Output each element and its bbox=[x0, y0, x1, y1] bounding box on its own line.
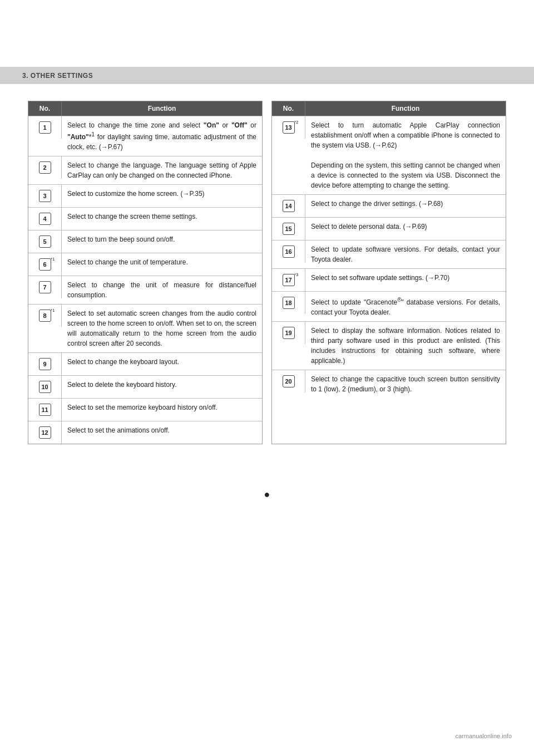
row-number: 7 bbox=[28, 276, 62, 298]
num-badge: 4 bbox=[39, 213, 51, 225]
table-row: 4 Select to change the screen theme sett… bbox=[28, 207, 262, 230]
row-function: Select to set the memorize keyboard hist… bbox=[62, 399, 262, 416]
row-function: Select to update software versions. For … bbox=[305, 240, 506, 268]
num-badge: 12 bbox=[39, 426, 51, 439]
table-row: 18 Select to update "Gracenote®" databas… bbox=[272, 291, 506, 321]
row-number: 18 bbox=[272, 292, 305, 314]
left-table-header: No. Function bbox=[28, 101, 262, 116]
num-badge: 10 bbox=[39, 381, 51, 393]
table-row: 19 Select to display the software inform… bbox=[272, 321, 506, 370]
row-number: 8*1 bbox=[28, 305, 62, 327]
row-function: Select to change the time zone and selec… bbox=[62, 116, 262, 156]
table-row: 2 Select to change the language. The lan… bbox=[28, 156, 262, 184]
left-table: No. Function 1 Select to change the time… bbox=[28, 101, 263, 444]
right-table: No. Function 13*2 Select to turn automat… bbox=[271, 101, 506, 444]
row-function: Select to set automatic screen changes f… bbox=[62, 305, 262, 352]
table-row: 1 Select to change the time zone and sel… bbox=[28, 116, 262, 156]
num-badge: 17*3 bbox=[283, 274, 295, 286]
row-function: Select to turn automatic Apple CarPlay c… bbox=[305, 116, 506, 194]
row-number: 20 bbox=[272, 370, 305, 392]
row-function: Select to change the keyboard layout. bbox=[62, 353, 262, 371]
row-number: 2 bbox=[28, 156, 62, 179]
left-col-no-header: No. bbox=[28, 101, 62, 116]
row-number: 5 bbox=[28, 230, 62, 253]
table-row: 12 Select to set the animations on/off. bbox=[28, 421, 262, 444]
row-function: Select to change the unit of measure for… bbox=[62, 276, 262, 304]
row-number: 4 bbox=[28, 208, 62, 230]
row-number: 17*3 bbox=[272, 269, 305, 291]
footer-dot: ● bbox=[0, 478, 534, 512]
right-table-header: No. Function bbox=[272, 101, 506, 116]
right-col-no-header: No. bbox=[272, 101, 305, 116]
table-row: 17*3 Select to set software update setti… bbox=[272, 268, 506, 291]
num-badge: 20 bbox=[283, 375, 295, 387]
row-number: 3 bbox=[28, 185, 62, 207]
num-badge: 1 bbox=[39, 121, 51, 134]
row-function: Select to change the unit of temperature… bbox=[62, 253, 262, 271]
table-row: 7 Select to change the unit of measure f… bbox=[28, 276, 262, 304]
main-content: No. Function 1 Select to change the time… bbox=[0, 95, 534, 478]
table-row: 13*2 Select to turn automatic Apple CarP… bbox=[272, 116, 506, 194]
row-function: Select to change the language. The langu… bbox=[62, 156, 262, 184]
row-number: 1 bbox=[28, 116, 62, 139]
row-number: 13*2 bbox=[272, 116, 305, 139]
row-number: 12 bbox=[28, 421, 62, 444]
num-badge: 19 bbox=[283, 327, 295, 339]
watermark: carmanualonline.info bbox=[455, 733, 512, 739]
num-badge: 13*2 bbox=[283, 121, 295, 134]
row-function: Select to delete the keyboard history. bbox=[62, 376, 262, 394]
row-function: Select to customize the home screen. (→P… bbox=[62, 185, 262, 203]
num-badge: 14 bbox=[283, 200, 295, 212]
num-badge: 6*1 bbox=[39, 258, 51, 271]
row-number: 19 bbox=[272, 322, 305, 344]
row-function: Select to delete personal data. (→P.69) bbox=[305, 218, 506, 235]
table-row: 6*1 Select to change the unit of tempera… bbox=[28, 253, 262, 276]
row-number: 14 bbox=[272, 195, 305, 217]
num-badge: 11 bbox=[39, 404, 51, 416]
row-function: Select to update "Gracenote®" database v… bbox=[305, 292, 506, 321]
table-row: 14 Select to change the driver settings.… bbox=[272, 194, 506, 217]
row-function: Select to display the software informati… bbox=[305, 322, 506, 370]
row-number: 9 bbox=[28, 353, 62, 375]
num-badge: 15 bbox=[283, 223, 295, 235]
row-function: Select to change the screen theme settin… bbox=[62, 208, 262, 225]
num-badge: 16 bbox=[283, 246, 295, 258]
table-row: 3 Select to customize the home screen. (… bbox=[28, 184, 262, 207]
row-function: Select to turn the beep sound on/off. bbox=[62, 230, 262, 248]
num-badge: 18 bbox=[283, 297, 295, 309]
row-number: 16 bbox=[272, 240, 305, 263]
table-row: 20 Select to change the capacitive touch… bbox=[272, 370, 506, 398]
num-badge: 8*1 bbox=[39, 310, 51, 322]
num-badge: 5 bbox=[39, 235, 51, 248]
table-row: 8*1 Select to set automatic screen chang… bbox=[28, 304, 262, 352]
table-row: 15 Select to delete personal data. (→P.6… bbox=[272, 217, 506, 240]
table-row: 10 Select to delete the keyboard history… bbox=[28, 375, 262, 398]
section-title: 3. OTHER SETTINGS bbox=[22, 72, 93, 80]
row-number: 11 bbox=[28, 399, 62, 421]
table-row: 5 Select to turn the beep sound on/off. bbox=[28, 230, 262, 253]
row-number: 6*1 bbox=[28, 253, 62, 276]
table-row: 16 Select to update software versions. F… bbox=[272, 240, 506, 268]
row-function: Select to set the animations on/off. bbox=[62, 421, 262, 439]
num-badge: 3 bbox=[39, 190, 51, 202]
table-row: 9 Select to change the keyboard layout. bbox=[28, 352, 262, 375]
row-function: Select to change the capacitive touch sc… bbox=[305, 370, 506, 398]
row-number: 10 bbox=[28, 376, 62, 398]
row-number: 15 bbox=[272, 218, 305, 240]
row-function: Select to change the driver settings. (→… bbox=[305, 195, 506, 213]
num-badge: 2 bbox=[39, 161, 51, 174]
table-row: 11 Select to set the memorize keyboard h… bbox=[28, 398, 262, 421]
num-badge: 9 bbox=[39, 358, 51, 370]
row-function: Select to set software update settings. … bbox=[305, 269, 506, 287]
num-badge: 7 bbox=[39, 281, 51, 293]
right-col-function-header: Function bbox=[305, 101, 506, 116]
page-header: 3. OTHER SETTINGS bbox=[0, 67, 534, 84]
left-col-function-header: Function bbox=[62, 101, 262, 116]
